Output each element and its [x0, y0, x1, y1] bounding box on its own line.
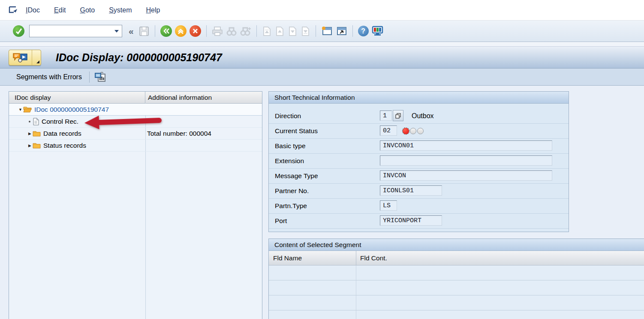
- copy-icon-button[interactable]: [393, 110, 403, 121]
- tree-column-idoc-display: IDoc display: [9, 92, 145, 103]
- field-row-partner-type: Partn.Type LS: [269, 199, 569, 214]
- corner-triangle-icon: [36, 60, 39, 63]
- save-button[interactable]: [138, 26, 150, 37]
- chevron-right-icon[interactable]: ▶: [27, 143, 33, 148]
- exit-button[interactable]: [175, 25, 187, 37]
- first-page-icon: [262, 26, 272, 36]
- enter-button[interactable]: [13, 25, 24, 37]
- field-label: Direction: [275, 112, 301, 120]
- table-row: [269, 310, 644, 319]
- menu-help[interactable]: Help: [146, 6, 160, 14]
- folder-icon: [33, 130, 41, 137]
- title-bar: IDoc Display: 0000000005190747: [0, 46, 644, 69]
- segments-services-icon: [94, 72, 107, 83]
- short-technical-information-panel: Short Technical Information Direction 1 …: [268, 91, 569, 232]
- create-shortcut-button[interactable]: [336, 26, 347, 36]
- field-label: Partner No.: [275, 187, 309, 195]
- chevron-down-icon[interactable]: ▼: [18, 107, 23, 112]
- field-label: Extension: [275, 157, 304, 165]
- port-field[interactable]: YRICONPORT: [380, 215, 442, 226]
- column-fld-name: Fld Name: [269, 251, 356, 265]
- services-dropdown[interactable]: [32, 50, 41, 65]
- tree-row-idoc[interactable]: ▼ IDoc 0000000005190747: [9, 104, 262, 116]
- column-fld-cont: Fld Cont.: [356, 251, 387, 265]
- toolbar-separator: [155, 25, 155, 37]
- services-icon: [9, 50, 32, 65]
- gui-services-button[interactable]: [9, 50, 41, 66]
- tree-row-status-records[interactable]: ▶ Status records: [9, 140, 262, 152]
- new-session-button[interactable]: [321, 26, 333, 36]
- collapse-toolbar-icon[interactable]: «: [129, 26, 134, 36]
- table-row: [269, 280, 644, 295]
- extension-field[interactable]: [380, 155, 552, 166]
- field-row-message-type: Message Type INVCON: [269, 169, 569, 184]
- segments-with-errors-button[interactable]: Segments with Errors: [16, 73, 82, 81]
- copy-icon: [395, 113, 401, 119]
- menu-goto[interactable]: Goto: [80, 6, 95, 14]
- standard-toolbar: «: [0, 21, 644, 42]
- document-icon: [33, 118, 39, 125]
- help-icon: ?: [358, 26, 369, 36]
- field-label: Current Status: [275, 127, 318, 135]
- help-button[interactable]: ?: [358, 26, 369, 36]
- table-row: [269, 295, 644, 310]
- command-input[interactable]: [30, 25, 114, 37]
- page-title: IDoc Display: 0000000005190747: [56, 51, 222, 64]
- annotation-arrow: [84, 113, 162, 130]
- toolbar-separator: [352, 25, 353, 37]
- field-row-current-status: Current Status 02: [269, 124, 569, 139]
- tree-label-status-records[interactable]: Status records: [43, 142, 86, 149]
- customize-local-layout-button[interactable]: [372, 26, 383, 36]
- table-row: [269, 265, 644, 280]
- main-area: IDoc display Additional information ▼ ID…: [0, 86, 644, 319]
- field-label: Port: [275, 217, 287, 225]
- status-off-light: [410, 128, 416, 134]
- tree-column-additional-information: Additional information: [145, 92, 262, 103]
- tree-label-data-records[interactable]: Data records: [43, 130, 81, 137]
- print-icon: [212, 26, 223, 36]
- field-row-extension: Extension: [269, 154, 569, 169]
- basic-type-field[interactable]: INVCON01: [380, 140, 552, 151]
- exit-session-icon[interactable]: [8, 5, 21, 16]
- cancel-button[interactable]: [190, 25, 201, 37]
- menu-bar: IDoc Edit Goto System Help: [0, 0, 644, 21]
- command-field: [29, 25, 122, 37]
- message-type-field[interactable]: INVCON: [380, 170, 552, 181]
- menu-edit[interactable]: Edit: [54, 6, 66, 14]
- panel-title: Content of Selected Segment: [269, 239, 644, 251]
- tree-info-total-number: Total number: 000004: [147, 128, 211, 139]
- direction-text: Outbox: [412, 112, 434, 120]
- tree-row-data-records[interactable]: ▶ Data records Total number: 000004: [9, 128, 262, 140]
- menu-idoc[interactable]: IDoc: [26, 6, 40, 14]
- display-services-button[interactable]: [94, 72, 107, 83]
- current-status-field[interactable]: 02: [380, 125, 397, 136]
- open-folder-icon: [23, 106, 32, 113]
- field-row-direction: Direction 1 Outbox: [269, 109, 569, 124]
- partner-no-field[interactable]: ICONLS01: [380, 185, 442, 196]
- page-down-icon: [288, 26, 298, 36]
- tree-label-control-rec[interactable]: Control Rec.: [42, 118, 78, 125]
- find-icon: [226, 26, 237, 36]
- field-label: Basic type: [275, 142, 306, 150]
- field-row-partner-no: Partner No. ICONLS01: [269, 184, 569, 199]
- tree-label-idoc[interactable]: IDoc 0000000005190747: [34, 106, 109, 113]
- find-next-icon: [240, 26, 251, 36]
- status-off-light: [417, 128, 424, 134]
- partner-type-field[interactable]: LS: [380, 200, 397, 211]
- toolbar-separator: [316, 25, 316, 37]
- toolbar-separator: [206, 25, 207, 37]
- content-of-selected-segment-panel: Content of Selected Segment Fld Name Fld…: [268, 239, 644, 319]
- leaf-dot-icon: [29, 121, 30, 122]
- toolbar-separator: [89, 72, 90, 83]
- field-row-port: Port YRICONPORT: [269, 214, 569, 229]
- sap-gui-window: IDoc Edit Goto System Help «: [0, 0, 644, 319]
- back-button[interactable]: [160, 25, 172, 37]
- direction-field[interactable]: 1: [380, 110, 392, 121]
- panel-title: Short Technical Information: [269, 92, 569, 104]
- command-dropdown-icon[interactable]: [114, 30, 119, 33]
- arrow-shaft: [98, 118, 162, 125]
- menu-system[interactable]: System: [109, 6, 132, 14]
- status-traffic-light-icon[interactable]: [403, 128, 424, 134]
- field-row-basic-type: Basic type INVCON01: [269, 139, 569, 154]
- chevron-right-icon[interactable]: ▶: [27, 131, 33, 136]
